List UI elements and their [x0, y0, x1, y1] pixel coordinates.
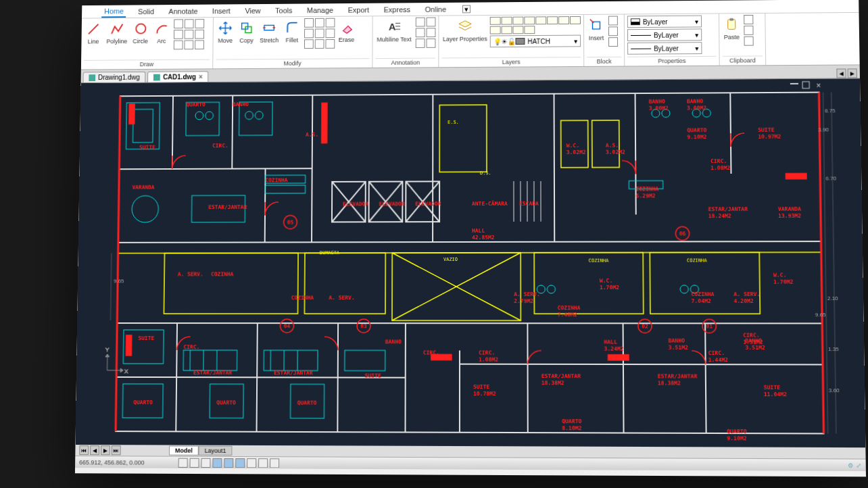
mini-tool[interactable] — [426, 18, 435, 27]
mini-tool[interactable] — [325, 18, 335, 28]
gear-icon[interactable]: ⚙ — [848, 462, 853, 468]
area-value: 10.78M2 — [473, 391, 496, 397]
mini-tool[interactable] — [416, 39, 425, 48]
tool-paste[interactable]: Paste — [722, 15, 742, 42]
mini-tool[interactable] — [174, 19, 183, 28]
tab-view[interactable]: View — [242, 5, 263, 16]
model-tab[interactable]: Model — [169, 446, 199, 456]
tool-copy[interactable]: Copy — [237, 19, 256, 45]
mini-tool[interactable] — [304, 39, 313, 49]
close-icon[interactable]: × — [199, 73, 203, 80]
tab-scroll-left[interactable]: ◀ — [836, 68, 846, 78]
dyn-toggle[interactable] — [247, 458, 256, 468]
layer-mini[interactable] — [547, 16, 558, 24]
mini-tool[interactable] — [314, 28, 324, 38]
tool-insert[interactable]: Insert — [587, 16, 606, 43]
svg-line-35 — [116, 377, 406, 378]
tab-scroll-right[interactable]: ▶ — [848, 68, 857, 78]
polar-toggle[interactable] — [212, 458, 222, 467]
tool-line[interactable]: Line — [84, 20, 103, 46]
mini-tool[interactable] — [416, 18, 425, 27]
tab-manage[interactable]: Manage — [304, 5, 336, 16]
layer-mini[interactable] — [570, 16, 581, 24]
tool-erase[interactable]: Erase — [337, 18, 356, 44]
tab-export[interactable]: Export — [345, 4, 372, 15]
layer-mini[interactable] — [512, 17, 523, 25]
drawing-canvas[interactable]: X Y × SUITEQUARTOVARANDACIRC.ESTAR/JANTA… — [76, 78, 866, 447]
mini-tool[interactable] — [325, 28, 335, 38]
tab-nav-first[interactable]: ⏮ — [79, 445, 89, 455]
cut-icon[interactable] — [744, 15, 753, 24]
tool-move[interactable]: Move — [216, 19, 235, 45]
snap-toggle[interactable] — [178, 458, 187, 467]
mini-tool[interactable] — [195, 40, 204, 49]
layer-selector[interactable]: 💡☀🔓 HATCH ▾ — [490, 35, 581, 48]
doc-tab[interactable]: Drawing1.dwg — [83, 72, 146, 82]
expand-icon[interactable]: ▾ — [462, 5, 471, 13]
tab-nav-next[interactable]: ▶ — [101, 445, 110, 455]
expand-icon[interactable]: ⤢ — [856, 462, 861, 468]
otrack-toggle[interactable] — [235, 458, 245, 468]
tab-solid[interactable]: Solid — [135, 6, 157, 17]
model-toggle[interactable] — [270, 458, 279, 468]
layout-tab[interactable]: Layout1 — [199, 446, 233, 456]
mini-tool[interactable] — [426, 39, 435, 48]
mini-tool[interactable] — [184, 19, 193, 28]
layer-mini[interactable] — [535, 16, 546, 24]
ribbon-group-layers: Layer Properties 💡☀🔓 HATCH ▾ — [439, 15, 584, 67]
room-label: ANTE-CÂMARA — [472, 200, 508, 207]
mini-tool[interactable] — [314, 18, 324, 28]
color-selector[interactable]: ByLayer▾ — [627, 16, 702, 28]
tool-circle[interactable]: Circle — [131, 20, 150, 46]
match-icon[interactable] — [744, 36, 753, 46]
mini-tool[interactable] — [314, 39, 324, 49]
tab-insert[interactable]: Insert — [210, 5, 233, 16]
tab-nav-prev[interactable]: ◀ — [90, 445, 99, 455]
room-label: SUITE — [139, 145, 155, 151]
layer-mini[interactable] — [524, 26, 535, 34]
copy-icon[interactable] — [744, 26, 753, 35]
layer-mini[interactable] — [558, 16, 569, 24]
layer-mini[interactable] — [490, 17, 501, 25]
grid-toggle[interactable] — [189, 458, 199, 467]
tab-online[interactable]: Online — [423, 3, 449, 14]
ortho-toggle[interactable] — [201, 458, 210, 467]
mini-tool[interactable] — [426, 28, 435, 37]
osnap-toggle[interactable] — [224, 458, 233, 467]
tool-polyline[interactable]: Polyline — [105, 20, 128, 46]
mini-tool[interactable] — [184, 40, 193, 49]
mini-tool[interactable] — [325, 39, 335, 49]
linetype-selector[interactable]: ByLayer▾ — [627, 42, 702, 55]
mini-tool[interactable] — [608, 37, 618, 47]
layer-mini[interactable] — [524, 16, 535, 24]
tab-tools[interactable]: Tools — [272, 5, 295, 16]
layer-mini[interactable] — [512, 26, 523, 34]
tab-home[interactable]: Home — [101, 5, 126, 18]
mini-tool[interactable] — [173, 41, 183, 50]
tool-stretch[interactable]: Stretch — [258, 18, 280, 45]
mini-tool[interactable] — [608, 26, 618, 36]
tab-annotate[interactable]: Annotate — [166, 5, 200, 16]
mini-tool[interactable] — [184, 30, 193, 39]
layer-mini[interactable] — [501, 26, 512, 34]
mini-tool[interactable] — [304, 18, 314, 28]
tab-nav-last[interactable]: ⏭ — [112, 445, 121, 455]
doc-tab-active[interactable]: CAD1.dwg× — [147, 71, 208, 82]
mini-tool[interactable] — [195, 19, 204, 28]
mini-tool[interactable] — [304, 29, 314, 39]
dimension-value: 3.60 — [829, 387, 840, 393]
mini-tool[interactable] — [416, 28, 425, 37]
tool-arc[interactable]: Arc — [152, 20, 171, 46]
tool-layer-properties[interactable]: Layer Properties — [441, 17, 488, 48]
lwt-toggle[interactable] — [258, 458, 268, 468]
layer-mini[interactable] — [501, 17, 512, 25]
mini-tool[interactable] — [195, 30, 204, 39]
tool-multiline-text[interactable]: AMultiline Text — [375, 18, 412, 45]
tab-express[interactable]: Express — [381, 4, 413, 15]
mini-tool[interactable] — [174, 30, 183, 39]
mini-tool[interactable] — [608, 16, 618, 26]
tool-fillet[interactable]: Fillet — [283, 18, 302, 45]
lineweight-selector[interactable]: ByLayer▾ — [627, 28, 702, 41]
layer-mini[interactable] — [490, 26, 501, 34]
dimension-value: 3.90 — [818, 126, 829, 132]
